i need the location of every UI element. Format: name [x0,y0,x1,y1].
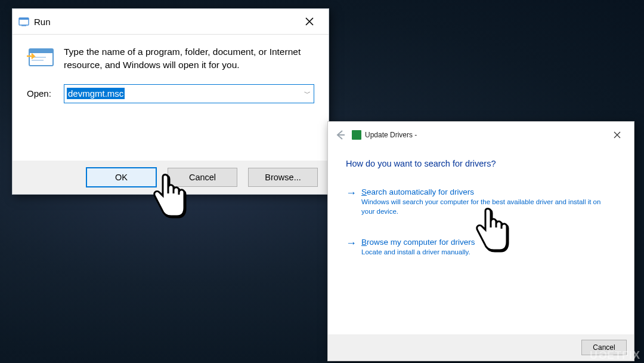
option1-title: Search automatically for drivers [361,187,612,196]
run-titlebar: Run [13,9,329,35]
option-search-automatically[interactable]: → Search automatically for drivers Windo… [346,187,616,216]
dropdown-chevron-icon[interactable]: ﹀ [301,89,314,98]
run-icon [18,16,29,27]
option2-desc: Locate and install a driver manually. [361,248,475,257]
run-dialog: Run Type the name of a program, folder, … [12,8,329,195]
run-button-row: OK Cancel Browse... [13,161,329,194]
back-button[interactable] [333,127,348,143]
update-drivers-dialog: Update Drivers - How do you want to sear… [327,121,634,361]
run-open-input[interactable]: devmgmt.msc ﹀ [64,84,314,103]
run-title-text: Run [34,17,51,27]
close-icon [305,17,314,26]
update-close-button[interactable] [605,126,629,144]
browse-button[interactable]: Browse... [248,168,318,187]
run-open-row: Open: devmgmt.msc ﹀ [13,72,329,103]
update-titlebar: Update Drivers - [328,122,634,148]
arrow-icon: → [346,238,361,257]
update-title-text: Update Drivers - [365,131,417,139]
run-body: Type the name of a program, folder, docu… [13,35,329,72]
open-label: Open: [27,88,64,99]
close-icon [614,131,621,139]
option1-desc: Windows will search your computer for th… [361,198,612,216]
option2-title: Browse my computer for drivers [361,238,475,247]
svg-rect-3 [29,49,53,53]
back-arrow-icon [335,130,346,140]
cancel-button[interactable]: Cancel [168,168,237,187]
run-close-button[interactable] [296,11,323,32]
watermark: UGETFIX [590,349,640,362]
run-open-value: devmgmt.msc [67,88,125,99]
run-instruction: Type the name of a program, folder, docu… [64,45,314,72]
arrow-icon: → [346,187,361,216]
option-browse-computer[interactable]: → Browse my computer for drivers Locate … [346,238,616,257]
update-question: How do you want to search for drivers? [346,159,616,168]
run-program-icon [27,45,55,72]
svg-rect-1 [19,18,29,20]
update-body: How do you want to search for drivers? →… [328,148,634,257]
update-button-row: Cancel [328,334,634,361]
ok-button[interactable]: OK [86,167,157,187]
device-icon [352,130,361,140]
